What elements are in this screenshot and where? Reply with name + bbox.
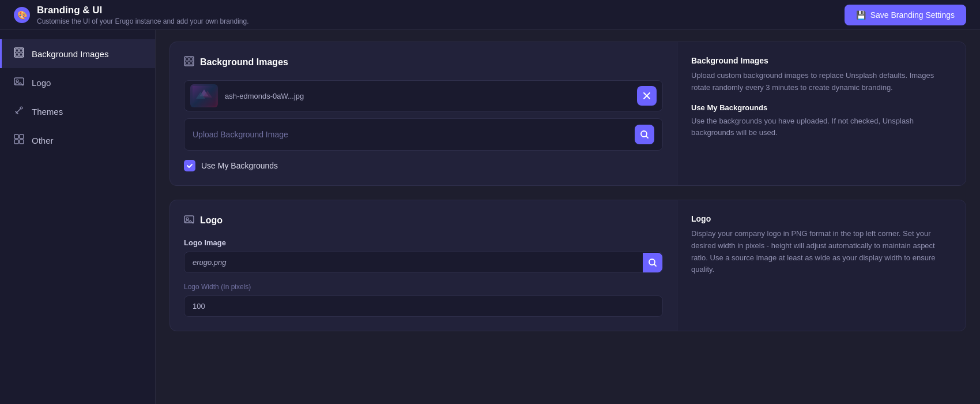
logo-image-input-row [184, 252, 663, 273]
save-button-label: Save Branding Settings [870, 10, 955, 20]
sidebar-item-other-label: Other [32, 136, 54, 145]
svg-rect-8 [14, 134, 18, 139]
svg-rect-9 [20, 134, 24, 139]
logo-icon [13, 76, 25, 89]
sidebar-item-themes-label: Themes [32, 107, 63, 117]
uploaded-filename: ash-edmonds-0aW...jpg [225, 92, 630, 100]
upload-image-row: Upload Background Image [184, 118, 663, 151]
sidebar-item-logo-label: Logo [32, 78, 51, 88]
svg-point-7 [20, 107, 22, 109]
svg-rect-11 [20, 140, 24, 144]
use-my-backgrounds-row[interactable]: Use My Backgrounds [184, 160, 663, 171]
background-images-header: Background Images [184, 56, 663, 69]
logo-width-label: Logo Width (In pixels) [184, 282, 663, 291]
sidebar: Background Images Logo Themes [0, 30, 156, 404]
background-images-left: Background Images [170, 42, 677, 185]
logo-card: Logo Logo Image Logo Width (In pixels) [169, 200, 966, 331]
page-subtitle: Customise the UI of your Erugo instance … [37, 17, 249, 25]
background-images-card: Background Images [169, 42, 966, 186]
header: 🎨 Branding & UI Customise the UI of your… [0, 0, 980, 30]
main-content: Background Images [156, 30, 980, 404]
page-title: Branding & UI [37, 5, 249, 16]
uploaded-image-row: ash-edmonds-0aW...jpg [184, 80, 663, 111]
themes-icon [13, 105, 25, 118]
bg-info-text: Upload custom background images to repla… [691, 70, 952, 94]
background-images-info: Background Images Upload custom backgrou… [677, 42, 966, 185]
bg-info-title: Background Images [691, 56, 952, 65]
layout: Background Images Logo Themes [0, 30, 980, 404]
use-my-backgrounds-checkbox[interactable] [184, 160, 195, 171]
logo-search-button[interactable] [643, 253, 662, 272]
logo-title: Logo [200, 215, 223, 226]
logo-section-icon [184, 214, 194, 227]
upload-search-button[interactable] [635, 125, 654, 144]
logo-info-title: Logo [691, 214, 952, 223]
background-images-section-icon [184, 56, 194, 69]
sidebar-item-other[interactable]: Other [0, 126, 155, 155]
background-images-icon [13, 47, 25, 60]
logo-width-input[interactable] [184, 295, 663, 317]
bg-info-subtext: Use the backgrounds you have uploaded. I… [691, 115, 952, 140]
logo-info-text: Display your company logo in PNG format … [691, 228, 952, 276]
other-icon [13, 134, 25, 147]
save-branding-button[interactable]: 💾 Save Branding Settings [845, 5, 966, 25]
sidebar-item-background-images[interactable]: Background Images [0, 39, 155, 68]
save-icon: 💾 [856, 10, 866, 20]
image-thumbnail [190, 84, 218, 107]
use-my-backgrounds-label: Use My Backgrounds [201, 161, 278, 170]
svg-rect-10 [14, 140, 18, 144]
svg-rect-2 [20, 49, 22, 52]
sidebar-item-themes[interactable]: Themes [0, 97, 155, 126]
svg-rect-16 [190, 62, 193, 65]
logo-info: Logo Display your company logo in PNG fo… [677, 200, 966, 331]
branding-icon: 🎨 [14, 7, 30, 23]
upload-placeholder: Upload Background Image [193, 130, 630, 139]
header-left: 🎨 Branding & UI Customise the UI of your… [14, 5, 249, 25]
logo-image-label: Logo Image [184, 238, 663, 247]
logo-left: Logo Logo Image Logo Width (In pixels) [170, 200, 677, 331]
svg-rect-3 [16, 53, 18, 56]
sidebar-item-logo[interactable]: Logo [0, 68, 155, 97]
svg-rect-14 [190, 58, 193, 61]
logo-filename-input[interactable] [184, 252, 643, 272]
remove-image-button[interactable] [637, 86, 657, 106]
sidebar-item-background-images-label: Background Images [32, 49, 108, 59]
svg-rect-1 [16, 49, 18, 52]
svg-rect-13 [186, 58, 189, 61]
svg-rect-4 [20, 53, 22, 56]
svg-rect-15 [186, 62, 189, 65]
background-images-title: Background Images [200, 57, 288, 68]
header-title-group: Branding & UI Customise the UI of your E… [37, 5, 249, 25]
bg-info-subtitle: Use My Backgrounds [691, 103, 952, 112]
logo-header: Logo [184, 214, 663, 227]
